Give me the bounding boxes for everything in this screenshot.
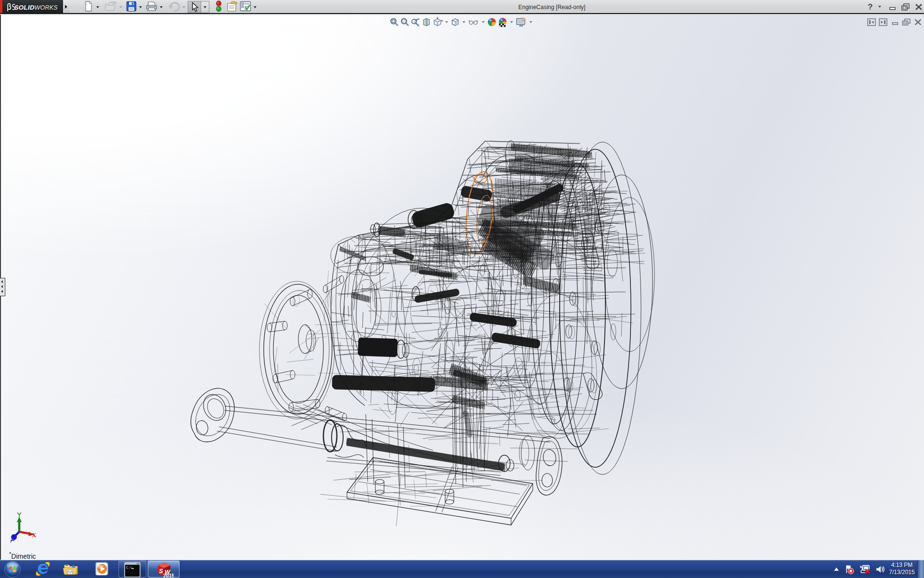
svg-text:C:\: C:\ xyxy=(126,566,132,570)
svg-text:S: S xyxy=(159,568,163,575)
svg-text:?: ? xyxy=(868,2,873,12)
svg-text:X: X xyxy=(32,531,37,539)
svg-text:2015: 2015 xyxy=(163,573,174,578)
